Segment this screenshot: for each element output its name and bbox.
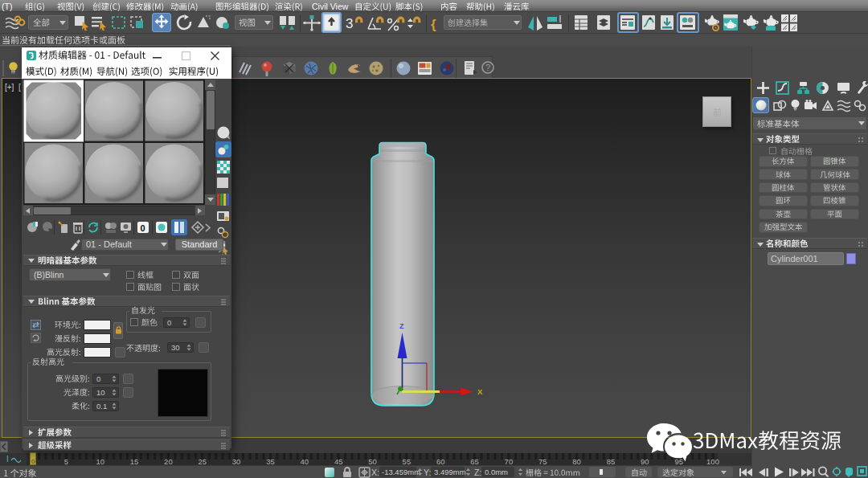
svg-text:85: 85: [607, 457, 616, 466]
svg-text:55: 55: [403, 457, 411, 466]
svg-text:0: 0: [141, 223, 145, 233]
svg-text:70: 70: [505, 457, 514, 466]
svg-text:I: I: [6, 455, 9, 464]
svg-text:?: ?: [485, 63, 490, 72]
svg-text:50: 50: [368, 457, 377, 466]
svg-text:60: 60: [436, 457, 445, 466]
svg-text:20: 20: [164, 457, 173, 466]
svg-text:15: 15: [130, 457, 139, 466]
svg-text:80: 80: [572, 457, 581, 466]
svg-text:5: 5: [64, 457, 68, 466]
svg-text:45: 45: [334, 457, 343, 466]
svg-text:75: 75: [538, 457, 547, 466]
svg-text:25: 25: [199, 457, 207, 466]
svg-text:65: 65: [470, 457, 479, 466]
svg-text:10: 10: [96, 457, 104, 466]
svg-text:3: 3: [346, 16, 353, 31]
svg-text:40: 40: [301, 457, 309, 466]
svg-text:100: 100: [706, 457, 719, 466]
svg-text:30: 30: [232, 457, 241, 466]
svg-text:35: 35: [266, 457, 275, 466]
